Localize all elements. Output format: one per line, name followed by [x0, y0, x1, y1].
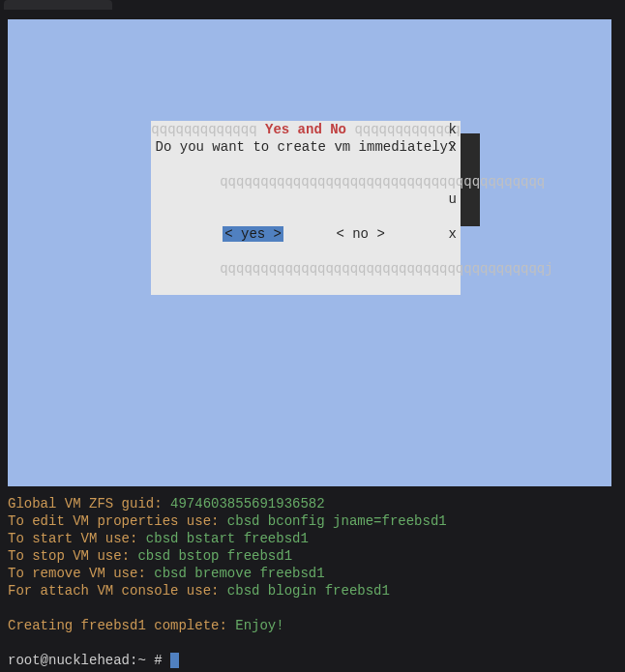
output-value: cbsd bstart freebsd1: [146, 531, 309, 546]
dialog-separator: qqqqqqqqqqqqqqqqqqqqqqqqqqqqqqqqqqqqqqqq…: [151, 156, 461, 225]
output-label: Global VM ZFS guid: [8, 496, 154, 511]
terminal-output: Global VM ZFS guid: 4974603855691936582 …: [8, 495, 617, 669]
output-label: Creating freebsd1 complete: [8, 618, 219, 633]
dialog-bottom-border: qqqqqqqqqqqqqqqqqqqqqqqqqqqqqqqqqqqqqqqq…: [151, 243, 461, 295]
output-value: cbsd bremove freebsd1: [154, 566, 324, 581]
output-line: To start VM use: cbsd bstart freebsd1: [8, 530, 617, 547]
output-value: 4974603855691936582: [170, 496, 325, 511]
output-value: Enjoy!: [235, 618, 283, 633]
output-line: To stop VM use: cbsd bstop freebsd1: [8, 547, 617, 565]
shell-prompt: root@nucklehead:~ #: [8, 653, 170, 668]
output-value: cbsd blogin freebsd1: [227, 583, 390, 599]
confirmation-dialog: qqqqqqqqqqqqq Yes and No qqqqqqqqqqqqq k…: [151, 121, 461, 295]
border-char: x: [449, 138, 457, 156]
output-line: To remove VM use: cbsd bremove freebsd1: [8, 565, 617, 582]
output-value: cbsd bconfig jname=freebsd1: [227, 513, 447, 529]
prompt-line[interactable]: root@nucklehead:~ #: [8, 652, 617, 669]
output-label: For attach VM console use: [8, 583, 211, 599]
output-line: Global VM ZFS guid: 4974603855691936582: [8, 495, 617, 512]
window-tab-bar: [0, 0, 625, 12]
terminal-content: qqqqqqqqqqqqq Yes and No qqqqqqqqqqqqq k…: [0, 12, 625, 672]
dialog-title-row: qqqqqqqqqqqqq Yes and No qqqqqqqqqqqqq k: [151, 121, 461, 138]
dialog-title: Yes and No: [265, 122, 346, 137]
output-label: To stop VM use: [8, 548, 122, 564]
output-value: cbsd bstop freebsd1: [137, 548, 292, 564]
output-line: [8, 599, 617, 617]
border-decoration: qqqqqqqqqqqqq: [151, 122, 256, 137]
output-label: To remove VM use: [8, 566, 137, 581]
border-char: x: [449, 225, 457, 243]
no-button[interactable]: < no >: [332, 226, 388, 242]
output-label: To start VM use: [8, 531, 130, 546]
dialog-background: qqqqqqqqqqqqq Yes and No qqqqqqqqqqqqq k…: [8, 19, 611, 486]
output-line: To edit VM properties use: cbsd bconfig …: [8, 512, 617, 530]
output-line: [8, 634, 617, 652]
cursor-icon: [170, 653, 179, 668]
output-label: To edit VM properties use: [8, 513, 211, 529]
dialog-message-row: Do you want to create vm immediately? x: [151, 138, 461, 156]
active-tab[interactable]: [4, 0, 112, 10]
border-char: k: [449, 121, 457, 138]
dialog-button-row: < yes > < no > x: [151, 225, 461, 243]
border-char: u: [449, 190, 457, 208]
output-line: For attach VM console use: cbsd blogin f…: [8, 582, 617, 599]
border-decoration: qqqqqqqqqqqqq: [354, 122, 460, 137]
dialog-message: Do you want to create vm immediately?: [156, 139, 457, 155]
yes-button[interactable]: < yes >: [223, 226, 283, 242]
output-line: Creating freebsd1 complete: Enjoy!: [8, 617, 617, 634]
